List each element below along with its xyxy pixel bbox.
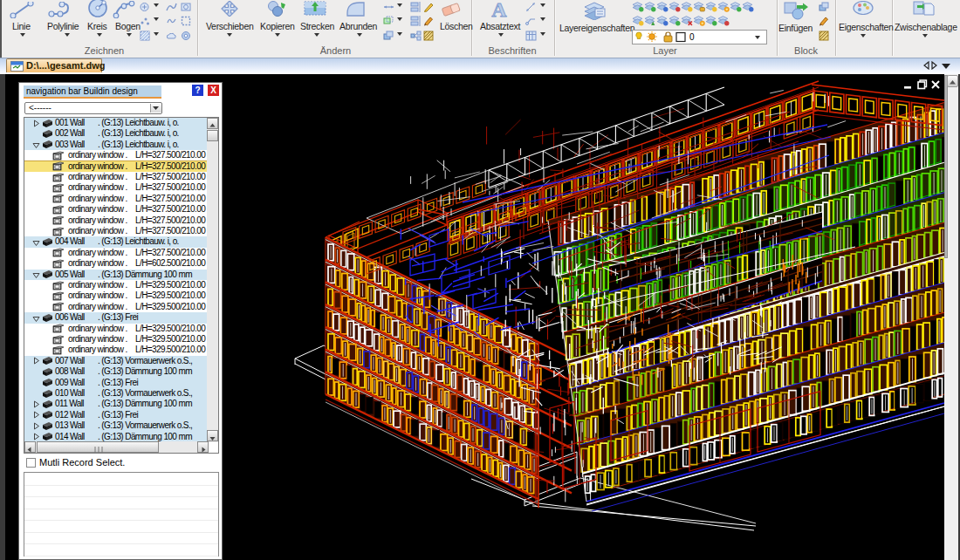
svg-text:A: A <box>491 0 507 19</box>
svg-text:0: 0 <box>689 32 695 42</box>
